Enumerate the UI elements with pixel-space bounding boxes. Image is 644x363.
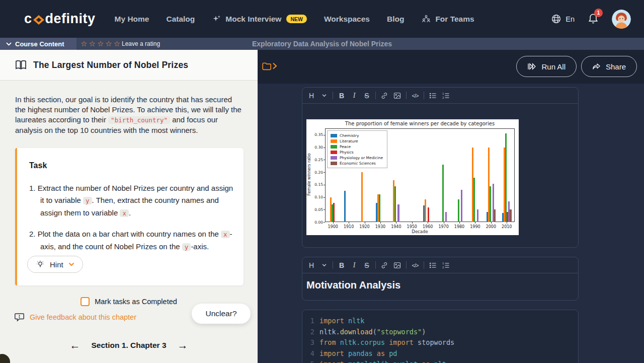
codefinity-logo[interactable]: c definity xyxy=(24,11,96,27)
hint-button[interactable]: Hint xyxy=(27,256,83,273)
heading-icon[interactable]: H xyxy=(307,260,315,270)
folder-icon[interactable] xyxy=(262,61,272,70)
legend-entry: Literature xyxy=(331,138,383,144)
bold-icon[interactable]: B xyxy=(338,260,346,270)
run-all-button[interactable]: Run All xyxy=(516,56,577,77)
task-card: Task 1. Extract the number of Nobel Priz… xyxy=(15,148,244,285)
y-tick-label: 0.00 xyxy=(309,220,323,225)
share-button[interactable]: Share xyxy=(581,56,637,77)
nav-item-mock-interview[interactable]: Mock InterviewNEW xyxy=(212,14,307,24)
nav-item-catalog[interactable]: Catalog xyxy=(166,15,195,24)
markdown-heading[interactable]: Motivation Analysis xyxy=(302,273,578,300)
numbered-list-icon[interactable]: 12 xyxy=(442,260,450,270)
chart-bar xyxy=(425,199,426,222)
line-number: 2 xyxy=(305,327,314,338)
inline-code: x xyxy=(221,231,230,238)
chart-bar xyxy=(361,172,363,222)
x-tick-mark xyxy=(349,222,349,224)
bold-icon[interactable]: B xyxy=(338,91,346,101)
y-tick-mark xyxy=(324,185,325,185)
chevron-right-icon[interactable] xyxy=(272,62,277,69)
chart-bar xyxy=(461,190,462,222)
line-number: 1 xyxy=(305,316,314,327)
bold-glyph: B xyxy=(339,92,344,100)
new-badge: NEW xyxy=(286,15,307,23)
chapter-pager: ← Section 1. Chapter 3 → xyxy=(0,340,258,350)
heading-icon[interactable]: H xyxy=(307,91,315,101)
book-icon xyxy=(15,60,27,70)
numbered-list-icon[interactable]: 12 xyxy=(442,91,450,101)
chart-bar xyxy=(333,203,335,222)
nav-item-blog[interactable]: Blog xyxy=(387,15,404,24)
chapter-intro: In this section, our goal is to identify… xyxy=(15,95,245,135)
chart-title: The proportion of female winners per dec… xyxy=(325,121,515,126)
svg-text:1: 1 xyxy=(442,92,444,95)
chat-widget[interactable] xyxy=(0,354,10,363)
notifications-button[interactable]: 1 xyxy=(588,12,599,26)
toolbar-separator xyxy=(424,261,424,269)
italic-glyph: I xyxy=(353,92,356,100)
nav-item-my-home[interactable]: My Home xyxy=(115,15,149,24)
code-icon[interactable]: </> xyxy=(411,260,419,270)
mark-completed-checkbox[interactable] xyxy=(80,297,90,306)
prev-chapter-arrow[interactable]: ← xyxy=(69,340,80,350)
strikethrough-icon[interactable]: S xyxy=(363,260,371,270)
language-selector[interactable]: En xyxy=(551,14,575,24)
code-text: from nltk.corpus import stopwords xyxy=(319,337,454,348)
next-chapter-arrow[interactable]: → xyxy=(178,340,188,350)
strikethrough-icon[interactable]: S xyxy=(363,91,371,101)
chart-bar xyxy=(505,133,507,222)
image-icon[interactable] xyxy=(393,260,401,270)
legend-entry: Physics xyxy=(331,150,383,155)
chevron-down-icon xyxy=(68,262,74,266)
chevron-down-icon[interactable] xyxy=(320,260,328,270)
chart-bar xyxy=(428,207,429,222)
italic-icon[interactable]: I xyxy=(350,91,358,101)
avatar[interactable] xyxy=(612,10,631,29)
code-icon[interactable]: </> xyxy=(411,91,419,101)
chart-bar xyxy=(490,186,491,222)
chart-figure: The proportion of female winners per dec… xyxy=(306,119,519,235)
task-item: 1. Extract the number of Nobel Prizes pe… xyxy=(29,182,234,220)
notebook-panel: Run All Share HBIS</>12 The proportion o… xyxy=(258,50,644,363)
mark-completed-label: Mark tasks as Completed xyxy=(95,298,177,306)
chevron-down-icon[interactable] xyxy=(320,91,328,101)
x-tick-label: 2010 xyxy=(497,225,517,229)
svg-text:2: 2 xyxy=(442,266,444,269)
link-icon[interactable] xyxy=(380,91,388,101)
share-label: Share xyxy=(606,62,626,71)
bullet-list-icon[interactable] xyxy=(429,91,437,101)
task-heading: Task xyxy=(29,161,234,170)
line-number: 3 xyxy=(305,337,314,348)
chart-bar xyxy=(442,165,444,222)
course-content-toggle[interactable]: Course Content xyxy=(0,38,76,50)
notebook-cell-code[interactable]: 1import nltk2nltk.download("stopwords")3… xyxy=(302,310,579,363)
nav-item-label: Workspaces xyxy=(324,15,370,24)
star-icon[interactable]: ☆ xyxy=(97,39,104,48)
y-axis-label: Female winners ratio xyxy=(307,144,311,205)
star-icon[interactable]: ☆ xyxy=(89,39,95,48)
italic-glyph: I xyxy=(353,261,356,269)
star-icon[interactable]: ☆ xyxy=(114,39,120,48)
nav-item-workspaces[interactable]: Workspaces xyxy=(324,15,370,24)
leave-rating-label[interactable]: Leave a rating xyxy=(122,38,160,50)
notebook-toolbar: Run All Share xyxy=(258,50,644,84)
strikethrough-glyph: S xyxy=(364,92,369,100)
italic-icon[interactable]: I xyxy=(350,260,358,270)
feedback-link[interactable]: Give feedback about this chapter xyxy=(14,312,136,322)
link-icon[interactable] xyxy=(380,260,388,270)
image-icon[interactable] xyxy=(393,91,401,101)
code-text: import nltk xyxy=(319,316,364,327)
star-icon[interactable]: ☆ xyxy=(80,39,87,48)
nav-item-for-teams[interactable]: For Teams xyxy=(421,14,474,24)
star-icon[interactable]: ☆ xyxy=(105,39,112,48)
chart-bar xyxy=(494,209,496,222)
code-text: import pandas as pd xyxy=(319,348,397,359)
x-tick-mark xyxy=(428,222,428,224)
x-tick-mark xyxy=(491,222,492,224)
bullet-list-icon[interactable] xyxy=(429,260,437,270)
unclear-button[interactable]: Unclear? xyxy=(192,304,251,324)
lesson-panel: The Largest Number of Nobel Prizes In th… xyxy=(0,50,258,363)
globe-icon xyxy=(551,14,561,24)
toolbar-separator xyxy=(333,261,333,269)
